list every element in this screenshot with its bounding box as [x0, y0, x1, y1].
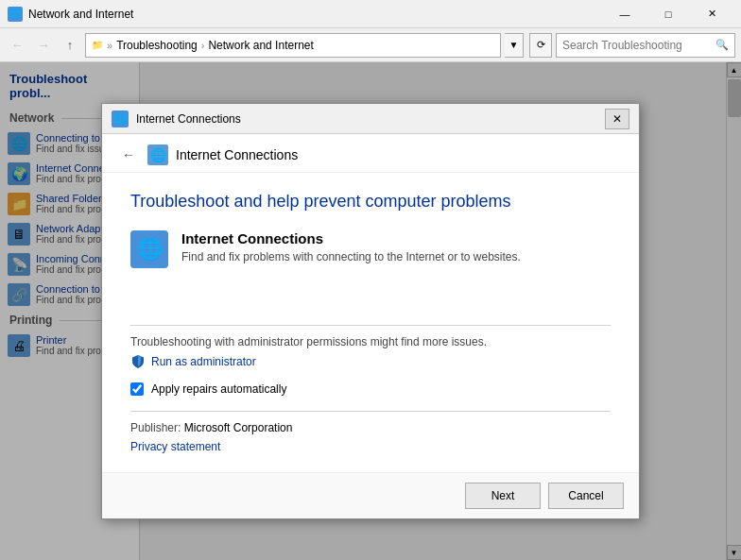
- refresh-button[interactable]: ⟳: [529, 33, 552, 58]
- dialog-separator-2: [130, 411, 611, 412]
- publisher-name: Microsoft Corporation: [184, 421, 293, 434]
- window-icon: 🌐: [8, 7, 23, 22]
- dialog-separator-1: [130, 325, 611, 326]
- search-box[interactable]: 🔍: [556, 33, 735, 58]
- checkbox-row: Apply repairs automatically: [130, 382, 611, 396]
- breadcrumb-arrow-1: ›: [201, 40, 205, 51]
- back-button[interactable]: ←: [6, 34, 28, 57]
- apply-repairs-label: Apply repairs automatically: [151, 382, 286, 396]
- dialog-header-title: Internet Connections: [176, 147, 298, 162]
- breadcrumb-double-arrow: »: [107, 40, 112, 51]
- address-dropdown-button[interactable]: ▼: [505, 33, 524, 58]
- dialog-header: ← 🌐 Internet Connections: [102, 134, 639, 173]
- dialog: 🌐 Internet Connections ✕ ← 🌐 Internet Co…: [101, 103, 640, 519]
- address-field[interactable]: 📁 » Troubleshooting › Network and Intern…: [85, 33, 501, 58]
- breadcrumb-folder-icon: 📁: [92, 40, 103, 50]
- title-bar: 🌐 Network and Internet — □ ✕: [0, 0, 741, 28]
- run-as-label: Run as administrator: [151, 355, 256, 368]
- up-button[interactable]: ↑: [59, 34, 81, 57]
- dialog-close-button[interactable]: ✕: [605, 109, 629, 129]
- run-as-administrator-link[interactable]: Run as administrator: [130, 354, 611, 369]
- dialog-overlay: 🌐 Internet Connections ✕ ← 🌐 Internet Co…: [0, 62, 741, 560]
- dialog-item-icon: 🌐: [130, 230, 168, 268]
- shield-icon: [130, 354, 146, 369]
- breadcrumb-troubleshooting[interactable]: Troubleshooting: [116, 39, 198, 52]
- dialog-main-title: Troubleshoot and help prevent computer p…: [130, 192, 611, 212]
- admin-note: Troubleshooting with administrator permi…: [130, 335, 611, 348]
- privacy-statement-link[interactable]: Privacy statement: [130, 440, 220, 453]
- publisher-row: Publisher: Microsoft Corporation: [130, 421, 611, 434]
- minimize-button[interactable]: —: [603, 0, 646, 28]
- dialog-body: Troubleshoot and help prevent computer p…: [102, 173, 639, 472]
- dialog-header-icon: 🌐: [147, 144, 168, 165]
- next-button[interactable]: Next: [465, 483, 541, 509]
- dialog-title-text: Internet Connections: [136, 112, 597, 126]
- dialog-item-row: 🌐 Internet Connections Find and fix prob…: [130, 230, 611, 268]
- dialog-back-button[interactable]: ←: [117, 144, 140, 166]
- forward-button[interactable]: →: [32, 34, 55, 57]
- dialog-titlebar: 🌐 Internet Connections ✕: [102, 104, 639, 134]
- apply-repairs-checkbox[interactable]: [130, 382, 144, 396]
- breadcrumb-network-internet[interactable]: Network and Internet: [208, 39, 313, 52]
- dialog-title-icon: 🌐: [112, 110, 129, 127]
- close-window-button[interactable]: ✕: [690, 0, 733, 28]
- cancel-button[interactable]: Cancel: [548, 483, 624, 509]
- dialog-footer: Next Cancel: [102, 472, 639, 518]
- search-submit-button[interactable]: 🔍: [715, 39, 729, 51]
- publisher-label: Publisher:: [130, 421, 181, 434]
- search-input[interactable]: [562, 39, 712, 52]
- window-controls: — □ ✕: [603, 0, 733, 28]
- dialog-item-desc: Find and fix problems with connecting to…: [181, 250, 521, 263]
- dialog-item-info: Internet Connections Find and fix proble…: [181, 230, 521, 263]
- address-bar: ← → ↑ 📁 » Troubleshooting › Network and …: [0, 28, 741, 62]
- window-title: Network and Internet: [28, 8, 603, 21]
- dialog-item-title: Internet Connections: [181, 230, 521, 246]
- maximize-button[interactable]: □: [646, 0, 690, 28]
- main-area: Troubleshoot probl... Network 🌐 Connecti…: [0, 62, 741, 560]
